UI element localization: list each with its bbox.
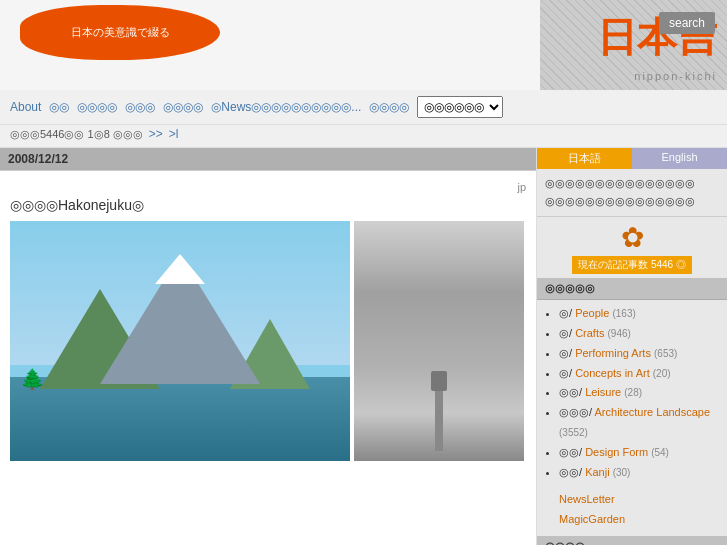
cat-prefix: ◎/ bbox=[559, 327, 575, 339]
nav-about[interactable]: About bbox=[10, 100, 41, 114]
art-tree: 🌲 bbox=[20, 367, 45, 391]
nav-item4[interactable]: ◎◎◎◎ bbox=[163, 100, 203, 114]
art-fuji-snow bbox=[155, 254, 205, 284]
nav-next[interactable]: >l bbox=[169, 127, 179, 141]
list-item: ◎/ People (163) bbox=[559, 304, 719, 324]
flower-icon: ✿ bbox=[621, 221, 644, 254]
special-links: NewsLetter MagicGarden bbox=[537, 486, 727, 536]
list-item: ◎◎/ Kanji (30) bbox=[559, 463, 719, 483]
art-sea bbox=[10, 377, 350, 461]
cat-prefix: ◎/ bbox=[559, 347, 575, 359]
list-item: ◎◎/ Leisure (28) bbox=[559, 383, 719, 403]
list-item: ◎/ Crafts (946) bbox=[559, 324, 719, 344]
site-subtitle: nippon-kichi bbox=[634, 70, 717, 82]
list-item: ◎/ Concepts in Art (20) bbox=[559, 364, 719, 384]
tagline: 日本の美意識で綴る bbox=[71, 25, 170, 40]
cat-prefix: ◎◎/ bbox=[559, 466, 585, 478]
count-value: 5446 bbox=[651, 259, 673, 270]
content-area: 2008/12/12 jp ◎◎◎◎Hakonejuku◎ 🌲 bbox=[0, 148, 537, 545]
nav-pagination-row: ◎◎◎5446◎◎ 1◎8 ◎◎◎ >> >l bbox=[0, 125, 727, 148]
cat-prefix: ◎/ bbox=[559, 307, 575, 319]
cat-kanji-link[interactable]: Kanji bbox=[585, 466, 609, 478]
nav-dropdown[interactable]: ◎◎◎◎◎◎ bbox=[417, 96, 503, 118]
stone-post-top bbox=[431, 371, 447, 391]
cat-concepts-count: (20) bbox=[653, 368, 671, 379]
date-header: 2008/12/12 bbox=[0, 148, 536, 171]
cat-design-count: (54) bbox=[651, 447, 669, 458]
archive-header: ◎◎◎◎ bbox=[537, 536, 727, 545]
lang-jp-tab[interactable]: 日本語 bbox=[537, 148, 632, 169]
cat-prefix: ◎◎/ bbox=[559, 446, 585, 458]
nav-item1[interactable]: ◎◎ bbox=[49, 100, 69, 114]
sidebar: 日本語 English ◎◎◎◎◎◎◎◎◎◎◎◎◎◎◎ ◎◎◎◎◎◎◎◎◎◎◎◎… bbox=[537, 148, 727, 545]
flower-count-area: ✿ 現在の記記事数 5446 ◎ bbox=[537, 217, 727, 278]
categories-section: ◎◎◎◎◎ ◎/ People (163) ◎/ Crafts (946) ◎/… bbox=[537, 278, 727, 536]
sidebar-ja-description: ◎◎◎◎◎◎◎◎◎◎◎◎◎◎◎ ◎◎◎◎◎◎◎◎◎◎◎◎◎◎◎ bbox=[537, 169, 727, 217]
header: 日本の美意識で綴る 日本吉 nippon-kichi search bbox=[0, 0, 727, 90]
lang-en-tab[interactable]: English bbox=[632, 148, 727, 169]
pagination-text: ◎◎◎5446◎◎ 1◎8 ◎◎◎ bbox=[10, 128, 143, 141]
cat-crafts-count: (946) bbox=[608, 328, 631, 339]
orange-blob: 日本の美意識で綴る bbox=[20, 5, 220, 60]
nav-item3[interactable]: ◎◎◎ bbox=[125, 100, 155, 114]
count-badge: 現在の記記事数 5446 ◎ bbox=[572, 256, 692, 274]
count-badge: 現在の記記事数 5446 ◎ bbox=[541, 254, 723, 274]
count-label: 現在の記記事数 bbox=[578, 259, 648, 270]
category-list: ◎/ People (163) ◎/ Crafts (946) ◎/ Perfo… bbox=[537, 300, 727, 486]
list-item: ◎◎◎/ Architecture Landscape (3552) bbox=[559, 403, 719, 443]
main-layout: 2008/12/12 jp ◎◎◎◎Hakonejuku◎ 🌲 bbox=[0, 148, 727, 545]
sb-ja-line1: ◎◎◎◎◎◎◎◎◎◎◎◎◎◎◎ bbox=[545, 175, 719, 193]
navigation: About ◎◎ ◎◎◎◎ ◎◎◎ ◎◎◎◎ ◎News◎◎◎◎◎◎◎◎◎◎..… bbox=[0, 90, 727, 125]
search-button[interactable]: search bbox=[659, 12, 715, 34]
nav-item6[interactable]: ◎◎◎◎ bbox=[369, 100, 409, 114]
list-item: ◎/ Performing Arts (653) bbox=[559, 344, 719, 364]
stone-post bbox=[435, 391, 443, 451]
cat-people-count: (163) bbox=[612, 308, 635, 319]
nav-item2[interactable]: ◎◎◎◎ bbox=[77, 100, 117, 114]
magic-garden-link[interactable]: MagicGarden bbox=[559, 510, 719, 530]
article-images: 🌲 bbox=[10, 221, 526, 461]
cat-prefix: ◎/ bbox=[559, 367, 575, 379]
sb-ja-line2: ◎◎◎◎◎◎◎◎◎◎◎◎◎◎◎ bbox=[545, 193, 719, 211]
cat-kanji-count: (30) bbox=[613, 467, 631, 478]
lang-tabs: 日本語 English bbox=[537, 148, 727, 169]
cat-prefix: ◎◎◎/ bbox=[559, 406, 595, 418]
article: jp ◎◎◎◎Hakonejuku◎ 🌲 bbox=[0, 171, 536, 471]
cat-performing-link[interactable]: Performing Arts bbox=[575, 347, 651, 359]
cat-arch-link[interactable]: Architecture Landscape bbox=[595, 406, 711, 418]
categories-header: ◎◎◎◎◎ bbox=[537, 278, 727, 300]
cat-performing-count: (653) bbox=[654, 348, 677, 359]
article-image-1: 🌲 bbox=[10, 221, 350, 461]
list-item: ◎◎/ Design Form (54) bbox=[559, 443, 719, 463]
nav-prev[interactable]: >> bbox=[149, 127, 163, 141]
cat-people-link[interactable]: People bbox=[575, 307, 609, 319]
cat-prefix: ◎◎/ bbox=[559, 386, 585, 398]
archive-section: ◎◎◎◎ ◎◎◎◎◎◎◎◎◎◎◎◎◎ bbox=[537, 536, 727, 545]
count-suffix: ◎ bbox=[676, 259, 686, 270]
cat-leisure-count: (28) bbox=[624, 387, 642, 398]
article-title: ◎◎◎◎Hakonejuku◎ bbox=[10, 197, 526, 213]
cat-leisure-link[interactable]: Leisure bbox=[585, 386, 621, 398]
nav-item5[interactable]: ◎News◎◎◎◎◎◎◎◎◎◎... bbox=[211, 100, 361, 114]
jp-link[interactable]: jp bbox=[10, 181, 526, 193]
cat-concepts-link[interactable]: Concepts in Art bbox=[575, 367, 650, 379]
cat-design-link[interactable]: Design Form bbox=[585, 446, 648, 458]
article-image-2 bbox=[354, 221, 524, 461]
newsletter-link[interactable]: NewsLetter bbox=[559, 490, 719, 510]
cat-arch-count: (3552) bbox=[559, 427, 588, 438]
cat-crafts-link[interactable]: Crafts bbox=[575, 327, 604, 339]
